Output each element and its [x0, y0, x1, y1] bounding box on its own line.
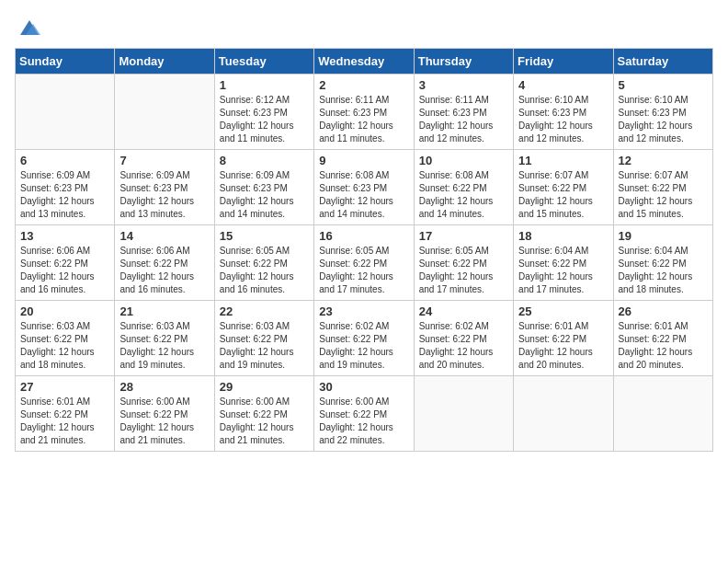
calendar-cell: 9Sunrise: 6:08 AM Sunset: 6:23 PM Daylig…	[314, 150, 414, 225]
calendar-cell	[115, 75, 214, 150]
day-number: 16	[319, 229, 408, 243]
day-info: Sunrise: 6:00 AM Sunset: 6:22 PM Dayligh…	[119, 396, 209, 447]
day-number: 21	[119, 304, 209, 318]
calendar-cell: 26Sunrise: 6:01 AM Sunset: 6:22 PM Dayli…	[613, 301, 712, 376]
weekday-header: Wednesday	[314, 49, 414, 75]
day-info: Sunrise: 6:03 AM Sunset: 6:22 PM Dayligh…	[20, 320, 109, 372]
calendar-cell: 3Sunrise: 6:11 AM Sunset: 6:23 PM Daylig…	[414, 75, 513, 150]
day-number: 4	[518, 78, 608, 92]
day-info: Sunrise: 6:03 AM Sunset: 6:22 PM Dayligh…	[220, 320, 309, 372]
day-number: 19	[619, 229, 708, 243]
calendar-cell: 10Sunrise: 6:08 AM Sunset: 6:22 PM Dayli…	[414, 150, 513, 225]
day-number: 24	[419, 304, 508, 318]
day-number: 14	[119, 229, 209, 243]
day-number: 5	[619, 78, 708, 92]
calendar-cell: 2Sunrise: 6:11 AM Sunset: 6:23 PM Daylig…	[314, 75, 414, 150]
calendar-cell	[16, 75, 115, 150]
calendar-cell: 23Sunrise: 6:02 AM Sunset: 6:22 PM Dayli…	[314, 301, 414, 376]
calendar-cell: 6Sunrise: 6:09 AM Sunset: 6:23 PM Daylig…	[16, 150, 115, 225]
day-info: Sunrise: 6:09 AM Sunset: 6:23 PM Dayligh…	[20, 169, 109, 221]
calendar-cell	[613, 376, 712, 452]
calendar-cell	[514, 376, 613, 452]
day-number: 8	[220, 154, 309, 167]
calendar-cell: 8Sunrise: 6:09 AM Sunset: 6:23 PM Daylig…	[214, 150, 313, 225]
day-info: Sunrise: 6:01 AM Sunset: 6:22 PM Dayligh…	[619, 320, 708, 372]
calendar-week-row: 27Sunrise: 6:01 AM Sunset: 6:22 PM Dayli…	[16, 376, 713, 452]
weekday-header: Monday	[115, 49, 214, 75]
calendar-cell: 13Sunrise: 6:06 AM Sunset: 6:22 PM Dayli…	[16, 225, 115, 301]
day-number: 27	[20, 380, 109, 394]
day-number: 13	[20, 229, 109, 243]
day-info: Sunrise: 6:08 AM Sunset: 6:22 PM Dayligh…	[419, 169, 508, 221]
calendar-week-row: 13Sunrise: 6:06 AM Sunset: 6:22 PM Dayli…	[16, 225, 713, 301]
day-info: Sunrise: 6:07 AM Sunset: 6:22 PM Dayligh…	[518, 169, 608, 221]
weekday-header: Friday	[514, 49, 613, 75]
day-number: 10	[419, 154, 508, 167]
weekday-header: Thursday	[414, 49, 513, 75]
day-number: 25	[518, 304, 608, 318]
weekday-header: Saturday	[613, 49, 712, 75]
calendar-week-row: 20Sunrise: 6:03 AM Sunset: 6:22 PM Dayli…	[16, 301, 713, 376]
day-info: Sunrise: 6:02 AM Sunset: 6:22 PM Dayligh…	[419, 320, 508, 372]
day-info: Sunrise: 6:05 AM Sunset: 6:22 PM Dayligh…	[319, 245, 408, 296]
day-info: Sunrise: 6:05 AM Sunset: 6:22 PM Dayligh…	[419, 245, 508, 296]
calendar-cell: 17Sunrise: 6:05 AM Sunset: 6:22 PM Dayli…	[414, 225, 513, 301]
logo-icon	[17, 15, 42, 40]
calendar-cell: 12Sunrise: 6:07 AM Sunset: 6:22 PM Dayli…	[613, 150, 712, 225]
header-row: SundayMondayTuesdayWednesdayThursdayFrid…	[16, 49, 713, 75]
calendar-cell: 30Sunrise: 6:00 AM Sunset: 6:22 PM Dayli…	[314, 376, 414, 452]
day-info: Sunrise: 6:09 AM Sunset: 6:23 PM Dayligh…	[119, 169, 209, 221]
logo	[15, 15, 42, 37]
day-number: 9	[319, 154, 408, 167]
day-number: 20	[20, 304, 109, 318]
day-info: Sunrise: 6:10 AM Sunset: 6:23 PM Dayligh…	[518, 94, 608, 145]
calendar-cell: 5Sunrise: 6:10 AM Sunset: 6:23 PM Daylig…	[613, 75, 712, 150]
page-header	[15, 15, 713, 37]
day-info: Sunrise: 6:12 AM Sunset: 6:23 PM Dayligh…	[220, 94, 309, 145]
calendar-cell: 29Sunrise: 6:00 AM Sunset: 6:22 PM Dayli…	[214, 376, 313, 452]
calendar-cell: 25Sunrise: 6:01 AM Sunset: 6:22 PM Dayli…	[514, 301, 613, 376]
calendar-table: SundayMondayTuesdayWednesdayThursdayFrid…	[15, 48, 713, 452]
day-number: 2	[319, 78, 408, 92]
calendar-week-row: 1Sunrise: 6:12 AM Sunset: 6:23 PM Daylig…	[16, 75, 713, 150]
day-number: 23	[319, 304, 408, 318]
calendar-cell: 16Sunrise: 6:05 AM Sunset: 6:22 PM Dayli…	[314, 225, 414, 301]
day-number: 12	[619, 154, 708, 167]
day-number: 26	[619, 304, 708, 318]
day-info: Sunrise: 6:10 AM Sunset: 6:23 PM Dayligh…	[619, 94, 708, 145]
day-info: Sunrise: 6:01 AM Sunset: 6:22 PM Dayligh…	[518, 320, 608, 372]
day-info: Sunrise: 6:08 AM Sunset: 6:23 PM Dayligh…	[319, 169, 408, 221]
calendar-cell: 1Sunrise: 6:12 AM Sunset: 6:23 PM Daylig…	[214, 75, 313, 150]
day-info: Sunrise: 6:02 AM Sunset: 6:22 PM Dayligh…	[319, 320, 408, 372]
day-number: 30	[319, 380, 408, 394]
day-info: Sunrise: 6:06 AM Sunset: 6:22 PM Dayligh…	[20, 245, 109, 296]
weekday-header: Sunday	[16, 49, 115, 75]
day-number: 6	[20, 154, 109, 167]
day-number: 11	[518, 154, 608, 167]
day-info: Sunrise: 6:07 AM Sunset: 6:22 PM Dayligh…	[619, 169, 708, 221]
calendar-cell: 15Sunrise: 6:05 AM Sunset: 6:22 PM Dayli…	[214, 225, 313, 301]
calendar-cell: 19Sunrise: 6:04 AM Sunset: 6:22 PM Dayli…	[613, 225, 712, 301]
calendar-cell: 22Sunrise: 6:03 AM Sunset: 6:22 PM Dayli…	[214, 301, 313, 376]
day-number: 28	[119, 380, 209, 394]
calendar-week-row: 6Sunrise: 6:09 AM Sunset: 6:23 PM Daylig…	[16, 150, 713, 225]
calendar-cell: 28Sunrise: 6:00 AM Sunset: 6:22 PM Dayli…	[115, 376, 214, 452]
day-number: 29	[220, 380, 309, 394]
day-info: Sunrise: 6:11 AM Sunset: 6:23 PM Dayligh…	[319, 94, 408, 145]
day-info: Sunrise: 6:05 AM Sunset: 6:22 PM Dayligh…	[220, 245, 309, 296]
calendar-cell: 14Sunrise: 6:06 AM Sunset: 6:22 PM Dayli…	[115, 225, 214, 301]
calendar-cell: 21Sunrise: 6:03 AM Sunset: 6:22 PM Dayli…	[115, 301, 214, 376]
calendar-cell: 7Sunrise: 6:09 AM Sunset: 6:23 PM Daylig…	[115, 150, 214, 225]
day-info: Sunrise: 6:11 AM Sunset: 6:23 PM Dayligh…	[419, 94, 508, 145]
day-number: 17	[419, 229, 508, 243]
day-info: Sunrise: 6:04 AM Sunset: 6:22 PM Dayligh…	[518, 245, 608, 296]
day-info: Sunrise: 6:03 AM Sunset: 6:22 PM Dayligh…	[119, 320, 209, 372]
day-info: Sunrise: 6:00 AM Sunset: 6:22 PM Dayligh…	[220, 396, 309, 447]
calendar-cell: 24Sunrise: 6:02 AM Sunset: 6:22 PM Dayli…	[414, 301, 513, 376]
day-info: Sunrise: 6:01 AM Sunset: 6:22 PM Dayligh…	[20, 396, 109, 447]
day-number: 3	[419, 78, 508, 92]
day-number: 15	[220, 229, 309, 243]
day-info: Sunrise: 6:06 AM Sunset: 6:22 PM Dayligh…	[119, 245, 209, 296]
day-info: Sunrise: 6:00 AM Sunset: 6:22 PM Dayligh…	[319, 396, 408, 447]
day-number: 1	[220, 78, 309, 92]
